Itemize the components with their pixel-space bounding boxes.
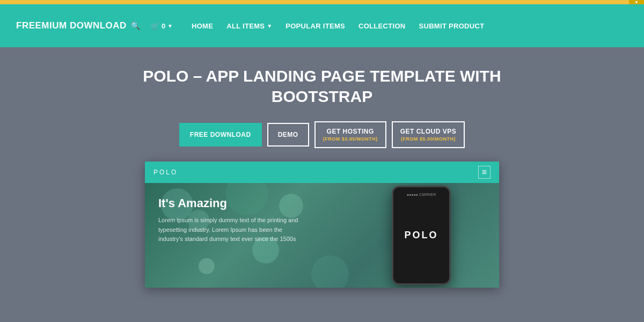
demo-button[interactable]: DEMO xyxy=(267,123,309,147)
search-icon[interactable]: 🔍 xyxy=(131,21,140,30)
free-download-button[interactable]: FREE DOWNLOAD xyxy=(179,123,262,147)
cart-count: 0 xyxy=(162,22,165,30)
navbar: FREEMIUM DOWNLOAD 🔍 🛒 0 ▼ HOME ALL ITEMS… xyxy=(0,4,644,47)
get-cloud-vps-label: GET CLOUD VPS xyxy=(400,128,457,135)
get-hosting-label: GET HOSTING xyxy=(327,128,374,135)
preview-tagline: It's Amazing xyxy=(158,196,306,210)
all-items-chevron-icon: ▼ xyxy=(267,23,272,29)
phone-screen: POLO xyxy=(404,230,438,241)
preview-content: It's Amazing Lorem Ipsum is simply dummy… xyxy=(145,183,317,252)
phone-carrier-text: ●●●●● CARRIER xyxy=(393,193,449,196)
preview-card: POLO ≡ It's Amazing Lorem Ipsum is simpl… xyxy=(145,162,499,288)
cart-icon: 🛒 xyxy=(151,22,159,30)
nav-cart[interactable]: 🛒 0 ▼ xyxy=(151,22,173,30)
get-hosting-button[interactable]: GET HOSTING (FROM $3.95/MONTH) xyxy=(314,121,386,148)
hero-buttons: FREE DOWNLOAD DEMO GET HOSTING (FROM $3.… xyxy=(16,121,628,148)
preview-description: Lorem Ipsum is simply dummy text of the … xyxy=(158,216,303,244)
hero-section: POLO – APP LANDING PAGE TEMPLATE WITH BO… xyxy=(0,47,644,301)
nav-item-collection[interactable]: COLLECTION xyxy=(358,22,406,30)
get-hosting-sub-label: (FROM $3.95/MONTH) xyxy=(323,136,378,142)
preview-card-header: POLO ≡ xyxy=(145,162,499,183)
nav-item-popular-items[interactable]: POPULAR ITEMS xyxy=(286,22,345,30)
preview-card-title: POLO xyxy=(153,169,178,176)
preview-card-body: It's Amazing Lorem Ipsum is simply dummy… xyxy=(145,183,499,288)
get-cloud-vps-sub-label: (FROM $5.00/MONTH) xyxy=(401,136,456,142)
get-cloud-vps-button[interactable]: GET CLOUD VPS (FROM $5.00/MONTH) xyxy=(392,121,465,148)
nav-items: HOME ALL ITEMS ▼ POPULAR ITEMS COLLECTIO… xyxy=(192,22,484,30)
nav-item-home[interactable]: HOME xyxy=(192,22,213,30)
menu-icon[interactable]: ≡ xyxy=(478,166,491,179)
phone-brand-text: POLO xyxy=(404,230,438,241)
nav-item-all-items[interactable]: ALL ITEMS ▼ xyxy=(226,22,272,30)
phone-mockup: ●●●●● CARRIER POLO xyxy=(392,186,451,285)
nav-item-submit-product[interactable]: SUBMIT PRODUCT xyxy=(419,22,485,30)
cart-chevron-icon: ▼ xyxy=(167,23,173,29)
nav-logo: FREEMIUM DOWNLOAD xyxy=(16,20,127,31)
hero-title: POLO – APP LANDING PAGE TEMPLATE WITH BO… xyxy=(140,66,504,106)
top-bar-chevron[interactable]: ▼ xyxy=(629,0,644,4)
